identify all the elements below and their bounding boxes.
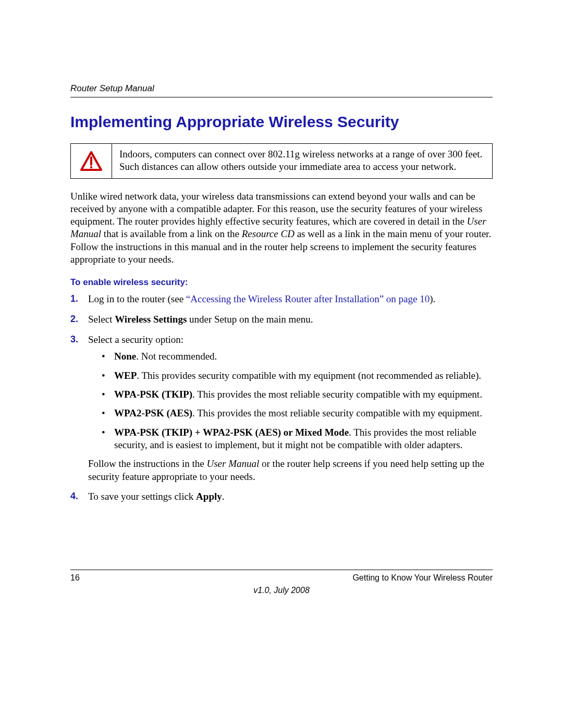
intro-text-2: that is available from a link on the [101,228,242,239]
warning-icon-cell [71,144,112,178]
warning-icon [80,151,103,171]
running-header: Router Setup Manual [70,83,493,94]
intro-italic-resource-cd: Resource CD [242,228,295,239]
page-footer: 16 Getting to Know Your Wireless Router … [70,570,493,595]
step-3-follow: Follow the instructions in the User Manu… [88,458,493,483]
warning-text: Indoors, computers can connect over 802.… [112,144,492,178]
intro-text-1: Unlike wired network data, your wireless… [70,191,482,227]
warning-callout: Indoors, computers can connect over 802.… [70,143,493,179]
option-wep: WEP. This provides security compatible w… [102,369,493,382]
step-2-bold: Wireless Settings [115,314,187,325]
option-wpa-psk: WPA-PSK (TKIP). This provides the most r… [102,388,493,401]
option-wpa2-psk: WPA2-PSK (AES). This provides the most r… [102,407,493,419]
footer-rule [70,570,493,570]
option-none-bold: None [114,351,136,362]
step-4-a: To save your settings click [88,491,196,502]
step-1-pre: Log in to the router (see [88,293,186,304]
svg-point-2 [90,166,92,168]
step-3: Select a security option: None. Not reco… [70,334,493,483]
footer-section-name: Getting to Know Your Wireless Router [352,573,493,583]
option-wpa2-psk-rest: . This provides the most reliable securi… [192,408,482,418]
step-3-follow-italic: User Manual [206,458,259,469]
option-mixed-mode: WPA-PSK (TKIP) + WPA2-PSK (AES) or Mixed… [102,426,493,452]
step-4-bold: Apply [196,491,222,502]
option-wpa2-psk-bold: WPA2-PSK (AES) [114,408,192,418]
step-1: Log in to the router (see “Accessing the… [70,293,493,306]
step-2-b: under Setup on the main menu. [187,314,313,325]
page-number: 16 [70,573,80,583]
page-content: Router Setup Manual Implementing Appropr… [0,0,563,503]
option-wep-bold: WEP [114,370,137,381]
step-3-intro: Select a security option: [88,334,183,345]
intro-paragraph: Unlike wired network data, your wireless… [70,190,493,266]
step-2-a: Select [88,314,115,325]
steps-subheading: To enable wireless security: [70,277,493,288]
step-2: Select Wireless Settings under Setup on … [70,313,493,326]
header-rule [70,97,493,97]
step-3-follow-a: Follow the instructions in the [88,458,206,469]
step-1-link[interactable]: “Accessing the Wireless Router after Ins… [186,293,430,304]
option-wpa-psk-bold: WPA-PSK (TKIP) [114,389,192,400]
option-wep-rest: . This provides security compatible with… [137,370,481,381]
security-options: None. Not recommended. WEP. This provide… [102,350,493,451]
footer-version: v1.0, July 2008 [70,586,493,595]
option-none: None. Not recommended. [102,350,493,363]
option-mixed-mode-bold: WPA-PSK (TKIP) + WPA2-PSK (AES) or Mixed… [114,427,349,438]
step-1-post: ). [430,293,435,304]
steps-list: Log in to the router (see “Accessing the… [70,293,493,503]
option-none-rest: . Not recommended. [136,351,217,362]
section-heading: Implementing Appropriate Wireless Securi… [70,113,493,131]
step-4: To save your settings click Apply. [70,490,493,503]
step-4-b: . [222,491,225,502]
option-wpa-psk-rest: . This provides the most reliable securi… [192,389,482,400]
